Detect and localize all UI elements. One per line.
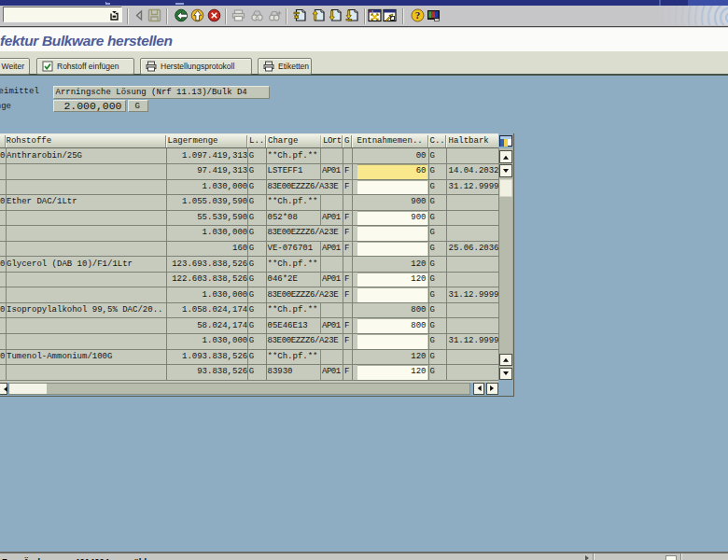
svg-text:?: ? [415,9,421,21]
